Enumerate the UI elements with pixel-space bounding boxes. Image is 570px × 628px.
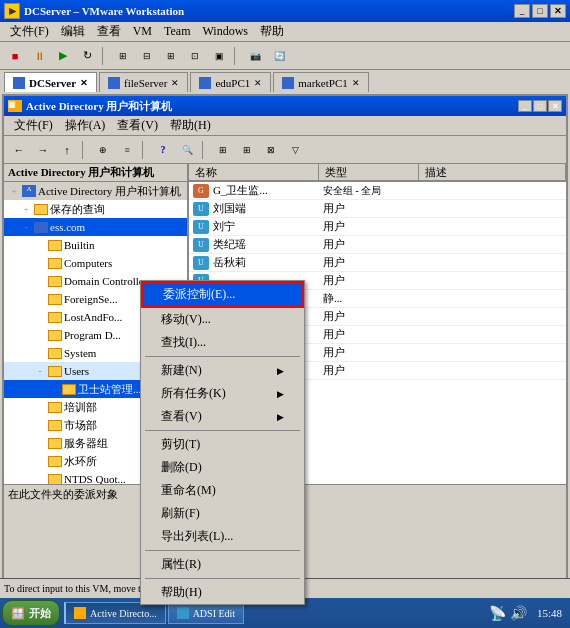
list-item[interactable]: U 岳秋莉 用户 bbox=[189, 254, 566, 272]
expand-lost bbox=[32, 309, 48, 325]
tab-close-dcserver[interactable]: ✕ bbox=[80, 78, 88, 88]
maximize-button[interactable]: □ bbox=[532, 4, 548, 18]
sys-icon-2: 🔊 bbox=[510, 605, 527, 622]
ctx-export[interactable]: 导出列表(L)... bbox=[141, 525, 304, 548]
list-item[interactable]: U 类纪瑶 用户 bbox=[189, 236, 566, 254]
tree-item-computers[interactable]: Computers bbox=[4, 254, 187, 272]
ad-close[interactable]: ✕ bbox=[548, 100, 562, 112]
tab-marketpc1[interactable]: marketPC1 ✕ bbox=[273, 72, 369, 92]
ctx-all-tasks[interactable]: 所有任务(K) ▶ bbox=[141, 382, 304, 405]
menu-file[interactable]: 文件(F) bbox=[4, 21, 55, 42]
ctx-delete[interactable]: 删除(D) bbox=[141, 456, 304, 479]
tab-close-marketpc1[interactable]: ✕ bbox=[352, 78, 360, 88]
ad-sep2 bbox=[142, 141, 148, 159]
tree-item-root[interactable]: + A Active Directory 用户和计算机 bbox=[4, 182, 187, 200]
tab-close-fileserver[interactable]: ✕ bbox=[171, 78, 179, 88]
tree-item-saved[interactable]: + 保存的查询 bbox=[4, 200, 187, 218]
tab-edupc1[interactable]: eduPC1 ✕ bbox=[190, 72, 271, 92]
tree-label-builtin: Builtin bbox=[64, 239, 95, 251]
tab-close-edupc1[interactable]: ✕ bbox=[254, 78, 262, 88]
ad-restore[interactable]: □ bbox=[533, 100, 547, 112]
ctx-find[interactable]: 查找(I)... bbox=[141, 331, 304, 354]
expand-water bbox=[32, 453, 48, 469]
folder-icon-builtin bbox=[48, 240, 62, 251]
tab-fileserver[interactable]: fileServer ✕ bbox=[99, 72, 188, 92]
menu-help[interactable]: 帮助 bbox=[254, 21, 290, 42]
expand-market bbox=[32, 417, 48, 433]
menu-edit[interactable]: 编辑 bbox=[55, 21, 91, 42]
tab-icon-fileserver bbox=[108, 77, 120, 89]
refresh-button[interactable]: ↻ bbox=[76, 45, 98, 67]
ad-back[interactable]: ← bbox=[8, 139, 30, 161]
ad-extra1[interactable]: ⊞ bbox=[212, 139, 234, 161]
col-desc[interactable]: 描述 bbox=[419, 164, 566, 180]
col-name[interactable]: 名称 bbox=[189, 164, 319, 180]
ad-window-controls: _ □ ✕ bbox=[518, 100, 562, 112]
taskbar-item-ad[interactable]: Active Directo... bbox=[64, 602, 166, 624]
list-item[interactable]: U 刘宁 用户 bbox=[189, 218, 566, 236]
menu-vm[interactable]: VM bbox=[127, 22, 158, 41]
tb-btn-4[interactable]: ⊡ bbox=[184, 45, 206, 67]
ad-menu-file[interactable]: 文件(F) bbox=[8, 115, 59, 136]
col-type[interactable]: 类型 bbox=[319, 164, 419, 180]
tab-dcserver[interactable]: DCServer ✕ bbox=[4, 72, 97, 92]
taskbar-item-adsi[interactable]: ADSI Edit bbox=[168, 602, 245, 624]
ad-minimize[interactable]: _ bbox=[518, 100, 532, 112]
tree-label-computers: Computers bbox=[64, 257, 112, 269]
folder-icon-guard bbox=[62, 384, 76, 395]
list-item[interactable]: U 刘国端 用户 bbox=[189, 200, 566, 218]
close-button[interactable]: ✕ bbox=[550, 4, 566, 18]
ctx-rename[interactable]: 重命名(M) bbox=[141, 479, 304, 502]
ctx-view[interactable]: 查看(V) ▶ bbox=[141, 405, 304, 428]
minimize-button[interactable]: _ bbox=[514, 4, 530, 18]
tab-label-marketpc1: marketPC1 bbox=[298, 77, 348, 89]
ad-filter[interactable]: ▽ bbox=[284, 139, 306, 161]
ctx-move[interactable]: 移动(V)... bbox=[141, 308, 304, 331]
window-title: DCServer – VMware Workstation bbox=[24, 5, 184, 17]
start-label: 开始 bbox=[29, 606, 51, 621]
pause-button[interactable]: ⏸ bbox=[28, 45, 50, 67]
status-text: 在此文件夹的委派对象 bbox=[8, 487, 118, 502]
item-type: 安全组 - 全局 bbox=[323, 184, 423, 198]
tree-item-ess[interactable]: - ess.com bbox=[4, 218, 187, 236]
ad-up[interactable]: ↑ bbox=[56, 139, 78, 161]
ctx-properties[interactable]: 属性(R) bbox=[141, 553, 304, 576]
start-button[interactable]: 🪟 开始 bbox=[2, 600, 60, 626]
ad-action[interactable]: ⊕ bbox=[92, 139, 114, 161]
toolbar-sep-1 bbox=[102, 47, 108, 65]
tree-label-market: 市场部 bbox=[64, 418, 97, 433]
ad-extra2[interactable]: ⊞ bbox=[236, 139, 258, 161]
clock: 15:48 bbox=[531, 607, 568, 619]
tb-btn-3[interactable]: ⊞ bbox=[160, 45, 182, 67]
start-icon: 🪟 bbox=[11, 607, 25, 620]
ctx-refresh[interactable]: 刷新(F) bbox=[141, 502, 304, 525]
list-item[interactable]: G G_卫生监... 安全组 - 全局 bbox=[189, 182, 566, 200]
ctx-new[interactable]: 新建(N) ▶ bbox=[141, 359, 304, 382]
ad-menu-view[interactable]: 查看(V) bbox=[111, 115, 164, 136]
ad-view[interactable]: ≡ bbox=[116, 139, 138, 161]
stop-button[interactable]: ■ bbox=[4, 45, 26, 67]
ad-help-btn[interactable]: ? bbox=[152, 139, 174, 161]
snapshot-button[interactable]: 📷 bbox=[244, 45, 266, 67]
ad-forward[interactable]: → bbox=[32, 139, 54, 161]
ad-extra3[interactable]: ⊠ bbox=[260, 139, 282, 161]
menu-windows[interactable]: Windows bbox=[197, 22, 255, 41]
item-type: 用户 bbox=[323, 345, 423, 360]
tb-btn-2[interactable]: ⊟ bbox=[136, 45, 158, 67]
item-name: 岳秋莉 bbox=[213, 255, 323, 270]
tb-btn-7[interactable]: 🔄 bbox=[268, 45, 290, 67]
tree-item-builtin[interactable]: Builtin bbox=[4, 236, 187, 254]
ad-menu-action[interactable]: 操作(A) bbox=[59, 115, 112, 136]
ad-toolbar: ← → ↑ ⊕ ≡ ? 🔍 ⊞ ⊞ ⊠ ▽ bbox=[4, 136, 566, 164]
play-button[interactable]: ▶ bbox=[52, 45, 74, 67]
expand-servers bbox=[32, 435, 48, 451]
ad-menu-help[interactable]: 帮助(H) bbox=[164, 115, 217, 136]
menu-team[interactable]: Team bbox=[158, 22, 196, 41]
menu-view[interactable]: 查看 bbox=[91, 21, 127, 42]
tb-btn-5[interactable]: ▣ bbox=[208, 45, 230, 67]
ctx-cut[interactable]: 剪切(T) bbox=[141, 433, 304, 456]
ctx-delegate-control[interactable]: 委派控制(E)... bbox=[141, 281, 304, 308]
vm-settings[interactable]: ⊞ bbox=[112, 45, 134, 67]
ctx-help[interactable]: 帮助(H) bbox=[141, 581, 304, 604]
ad-find[interactable]: 🔍 bbox=[176, 139, 198, 161]
